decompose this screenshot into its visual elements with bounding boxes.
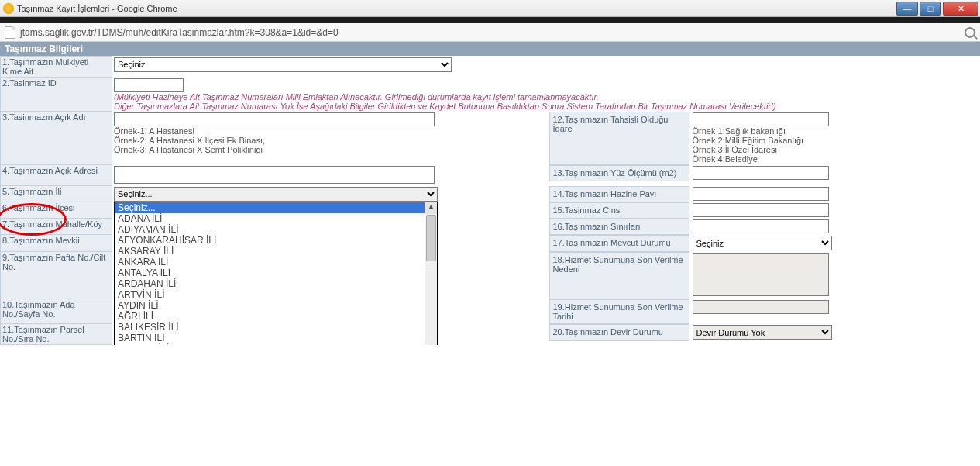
name-ex1: Örnek-1: A Hastanesi: [114, 126, 194, 136]
label-area: 13.Taşınmazın Yüz Ölçümü (m2): [549, 165, 689, 181]
devir-select[interactable]: Devir Durumu Yok: [693, 325, 832, 340]
tahsis-ex4: Örnek 4:Belediye: [693, 154, 758, 164]
name-ex2: Örnek-2: A Hastanesi X İlçesi Ek Binası,: [114, 136, 265, 145]
province-option[interactable]: ARTVİN İLİ: [115, 289, 437, 300]
label-id: 2.Tasinmaz ID: [1, 78, 112, 112]
name-input[interactable]: [114, 112, 435, 126]
label-sonneden: 18.Hizmet Sunumuna Son Verilme Nedeni: [549, 252, 689, 299]
province-option[interactable]: ARDAHAN İLİ: [115, 278, 437, 289]
label-pafta: 9.Taşınmazın Pafta No./Cilt No.: [1, 252, 112, 299]
province-option[interactable]: BALIKESİR İLİ: [115, 322, 437, 333]
url-text[interactable]: jtdms.saglik.gov.tr/TDMS/muh/editKiraTas…: [20, 27, 960, 38]
sontarih-input[interactable]: [693, 300, 829, 314]
scroll-up-icon[interactable]: ▲: [425, 202, 437, 214]
tahsis-ex1: Örnek 1:Sağlık bakanlığı: [693, 126, 786, 136]
province-option[interactable]: BATMAN İLİ: [115, 343, 437, 346]
area-input[interactable]: [693, 166, 829, 180]
province-option[interactable]: AFYONKARAHİSAR İLİ: [115, 235, 437, 246]
province-option[interactable]: AĞRI İLİ: [115, 311, 437, 322]
id-input[interactable]: [114, 78, 184, 92]
dropdown-scrollbar[interactable]: ▲ ▼: [425, 202, 437, 346]
tahsis-ex3: Örnek 3:İl Özel İdaresi: [693, 145, 777, 154]
label-sinir: 16.Taşınmazın Sınırları: [549, 219, 689, 234]
page-icon: [5, 26, 15, 39]
scroll-thumb[interactable]: [426, 215, 436, 261]
province-option[interactable]: ANKARA İLİ: [115, 257, 437, 268]
province-option[interactable]: BARTIN İLİ: [115, 333, 437, 343]
label-ada: 10.Taşınmazın Ada No./Sayfa No.: [1, 299, 112, 324]
window-close-button[interactable]: ✕: [943, 2, 978, 16]
province-option[interactable]: ADIYAMAN İLİ: [115, 224, 437, 235]
label-mahalle: 7.Taşınmazın Mahalle/Köy: [1, 219, 112, 235]
tahsis-ex2: Örnek 2:Milli Eğitim Bakanlığı: [693, 136, 804, 145]
owner-select[interactable]: Seçiniz: [114, 57, 452, 72]
label-district: 6.Taşınmazın İlçesi: [1, 202, 112, 219]
province-dropdown-list[interactable]: Seçiniz...ADANA İLİADIYAMAN İLİAFYONKARA…: [114, 202, 438, 346]
section-header: Taşınmaz Bilgileri: [0, 42, 980, 56]
province-option[interactable]: AKSARAY İLİ: [115, 246, 437, 257]
tahsis-input[interactable]: [693, 112, 829, 126]
search-icon[interactable]: [965, 27, 975, 38]
window-minimize-button[interactable]: —: [896, 2, 918, 16]
cins-input[interactable]: [693, 203, 829, 217]
id-hint-1: (Mülkiyeti Hazineye Ait Taşınmaz Numaral…: [114, 92, 599, 102]
label-sontarih: 19.Hizmet Sunumuna Son Verilme Tarihi: [549, 299, 689, 323]
province-option[interactable]: ANTALYA İLİ: [115, 268, 437, 278]
mevcut-select[interactable]: Seçiniz: [693, 236, 832, 250]
label-mevcut: 17.Taşınmazın Mevcut Durumu: [549, 235, 689, 251]
province-option[interactable]: Seçiniz...: [115, 202, 437, 213]
hazine-input[interactable]: [693, 187, 829, 201]
id-hint-2: Diğer Taşınmazlara Ait Taşınmaz Numarası…: [114, 102, 776, 111]
window-maximize-button[interactable]: □: [920, 2, 941, 16]
sonneden-input[interactable]: [693, 253, 829, 296]
label-hazine: 14.Taşınmazın Hazine Payı: [549, 186, 689, 202]
label-devir: 20.Taşınmazın Devir Durumu: [549, 324, 689, 340]
label-parsel: 11.Taşınmazın Parsel No./Sıra No.: [1, 324, 112, 345]
label-province: 5.Taşınmazın İli: [2, 187, 61, 196]
province-option[interactable]: AYDIN İLİ: [115, 300, 437, 311]
province-option[interactable]: ADANA İLİ: [115, 213, 437, 224]
favicon: [3, 3, 14, 14]
label-address: 4.Taşınmazın Açık Adresi: [1, 165, 112, 186]
label-cins: 15.Tasinmaz Cinsi: [549, 202, 689, 218]
address-input[interactable]: [114, 166, 435, 184]
name-ex3: Örnek-3: A Hastanesi X Semt Polikliniği: [114, 145, 263, 154]
window-title: Taşınmaz Kayıt İşlemleri - Google Chrome: [17, 4, 177, 13]
label-name: 3.Tasinmazın Açık Adı: [1, 112, 112, 165]
label-tahsis: 12.Taşınmazın Tahsisli Olduğu İdare: [549, 112, 689, 164]
label-mevki: 8.Taşınmazın Mevkii: [1, 235, 112, 252]
label-owner: 1.Taşınmazın Mulkiyeti Kime Ait: [1, 57, 112, 78]
sinir-input[interactable]: [693, 219, 829, 233]
province-select[interactable]: Seçiniz...: [114, 187, 438, 202]
